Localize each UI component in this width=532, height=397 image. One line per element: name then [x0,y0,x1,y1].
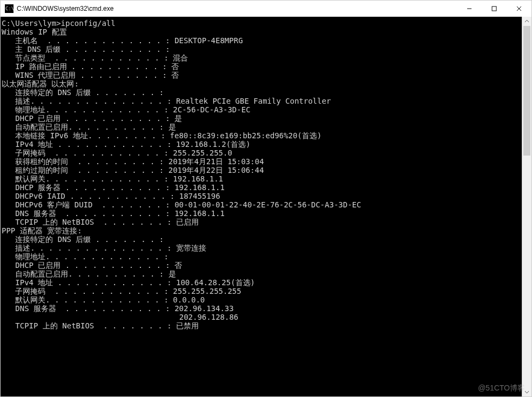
window-titlebar[interactable]: C:\WINDOWS\system32\cmd.exe [1,1,531,17]
window-client-area: C:\Users\lym>ipconfig/allWindows IP 配置 主… [1,17,531,396]
terminal-line: IPv4 地址 . . . . . . . . . . . . : 100.64… [2,278,522,287]
terminal-line: 物理地址. . . . . . . . . . . . . : 2C-56-DC… [2,105,522,114]
terminal-line: 主机名 . . . . . . . . . . . . . : DESKTOP-… [2,36,522,45]
terminal-line: DNS 服务器 . . . . . . . . . . . : 192.168.… [2,209,522,218]
terminal-line: 本地链接 IPv6 地址. . . . . . . . : fe80::8c39… [2,131,522,140]
vertical-scrollbar[interactable] [522,17,531,396]
terminal-line: 节点类型 . . . . . . . . . . . . : 混合 [2,53,522,62]
terminal-line: TCPIP 上的 NetBIOS . . . . . . . : 已启用 [2,218,522,226]
scrollbar-thumb[interactable] [523,26,530,156]
terminal-line: DHCPv6 IAID . . . . . . . . . . . : 1874… [2,192,522,200]
terminal-line: 连接特定的 DNS 后缀 . . . . . . . : [2,235,522,244]
terminal-line: C:\Users\lym>ipconfig/all [2,19,522,28]
terminal-line: 获得租约的时间 . . . . . . . . . : 2019年4月21日 1… [2,157,522,166]
terminal-line: DHCP 已启用 . . . . . . . . . . . : 否 [2,261,522,270]
terminal-line: 连接特定的 DNS 后缀 . . . . . . . : [2,88,522,97]
terminal-line: 自动配置已启用. . . . . . . . . . : 是 [2,270,522,278]
terminal-line: DHCP 已启用 . . . . . . . . . . . : 是 [2,114,522,123]
terminal-line: IP 路由已启用 . . . . . . . . . . : 否 [2,62,522,71]
terminal-line: DNS 服务器 . . . . . . . . . . . : 202.96.1… [2,304,522,313]
close-button[interactable] [507,1,531,17]
minimize-icon [467,6,472,11]
terminal-output[interactable]: C:\Users\lym>ipconfig/allWindows IP 配置 主… [1,17,522,396]
maximize-icon [491,6,497,11]
terminal-line: 以太网适配器 以太网: [2,79,522,88]
terminal-line: PPP 适配器 宽带连接: [2,226,522,235]
cmd-icon [5,4,14,13]
terminal-line: Windows IP 配置 [2,28,522,36]
window-title: C:\WINDOWS\system32\cmd.exe [17,5,457,12]
terminal-line: WINS 代理已启用 . . . . . . . . . : 否 [2,71,522,79]
terminal-line: TCPIP 上的 NetBIOS . . . . . . . : 已禁用 [2,321,522,330]
application-window: C:\WINDOWS\system32\cmd.exe C:\Users\lym… [0,0,532,397]
terminal-line: 租约过期的时间 . . . . . . . . . : 2019年4月22日 1… [2,166,522,174]
terminal-line: 描述. . . . . . . . . . . . . . . : 宽带连接 [2,244,522,252]
chevron-up-icon [524,19,529,24]
terminal-line: 自动配置已启用. . . . . . . . . . : 是 [2,123,522,131]
watermark-text: @51CTO博客 [478,383,525,393]
terminal-line: 202.96.128.86 [2,313,522,321]
terminal-line: 描述. . . . . . . . . . . . . . . : Realte… [2,97,522,105]
terminal-line: 物理地址. . . . . . . . . . . . . : [2,252,522,261]
terminal-line: DHCPv6 客户端 DUID . . . . . . . : 00-01-00… [2,200,522,209]
terminal-line: 默认网关. . . . . . . . . . . . . : 0.0.0.0 [2,295,522,304]
chevron-down-icon [524,389,529,394]
svg-rect-1 [492,6,496,11]
terminal-line: IPv4 地址 . . . . . . . . . . . . : 192.16… [2,140,522,149]
terminal-line: 主 DNS 后缀 . . . . . . . . . . . : [2,45,522,53]
scrollbar-track[interactable] [522,26,531,387]
close-icon [516,6,522,11]
minimize-button[interactable] [457,1,482,17]
scroll-up-button[interactable] [522,17,531,26]
maximize-button[interactable] [482,1,507,17]
terminal-line: DHCP 服务器 . . . . . . . . . . . : 192.168… [2,183,522,192]
terminal-line: 子网掩码 . . . . . . . . . . . . : 255.255.2… [2,149,522,157]
terminal-line: 子网掩码 . . . . . . . . . . . . : 255.255.2… [2,287,522,295]
terminal-line: 默认网关. . . . . . . . . . . . . : 192.168.… [2,174,522,183]
